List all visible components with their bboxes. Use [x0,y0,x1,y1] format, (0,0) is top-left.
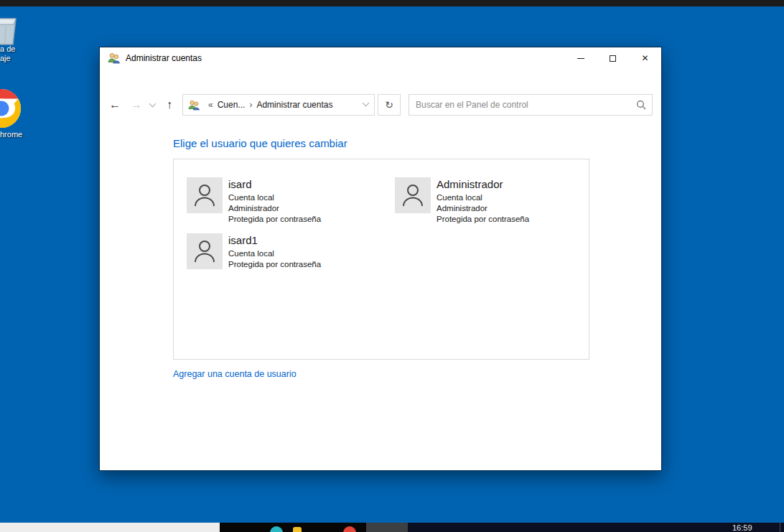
avatar [187,177,223,213]
chrome-label: hrome [0,130,22,139]
maximize-icon [610,55,616,62]
user-accounts-icon [108,52,120,64]
refresh-icon: ↻ [385,99,393,111]
taskbar-app-icon-red[interactable] [343,526,356,532]
breadcrumb-overflow-chevrons[interactable]: « [208,100,213,110]
avatar [187,233,223,269]
minimize-button[interactable] [564,47,597,69]
titlebar[interactable]: Administrar cuentas ✕ [100,47,661,69]
recycle-bin-icon [0,14,22,46]
close-icon: ✕ [641,54,648,62]
user-detail: Cuenta local [437,192,529,203]
chevron-down-icon [363,100,370,107]
user-name: isard1 [228,234,321,246]
address-dropdown-button[interactable] [363,103,368,106]
user-icon [401,182,425,208]
taskbar-app-icon-yellow[interactable] [293,527,302,532]
top-black-strip [0,0,784,6]
navigation-bar: ← → ↑ « Cuen... › Administrar cuentas ↻ [100,69,661,103]
back-button[interactable]: ← [106,94,124,116]
chrome-icon [0,88,22,129]
taskbar-app-icon-teal[interactable] [270,526,283,532]
search-box [409,94,653,116]
address-bar[interactable]: « Cuen... › Administrar cuentas [182,94,375,116]
user-name: isard [228,178,321,190]
close-button[interactable]: ✕ [629,47,661,69]
user-card-isard1[interactable]: isard1 Cuenta local Protegida por contra… [187,233,321,270]
user-accounts-small-icon [188,100,200,111]
search-input[interactable] [409,95,652,115]
up-icon: ↑ [167,98,172,111]
taskbar: 16:59 [0,523,784,532]
user-detail: Cuenta local [228,248,321,259]
page-title: Elige el usuario que quieres cambiar [173,137,347,149]
search-icon [636,100,646,110]
user-detail: Protegida por contraseña [228,259,321,270]
up-button[interactable]: ↑ [160,94,179,116]
user-detail: Administrador [437,203,529,214]
forward-icon: → [131,98,142,111]
maximize-button[interactable] [597,47,629,69]
taskbar-segment-active-app[interactable] [366,523,408,532]
add-user-account-link[interactable]: Agregar una cuenta de usuario [173,369,297,379]
desktop: a de aje hrome Administrar cuentas [0,0,784,532]
recent-pages-button[interactable] [146,94,159,116]
minimize-icon [577,58,584,59]
manage-accounts-window: Administrar cuentas ✕ ← → ↑ « Cuen... [99,47,662,471]
user-icon [192,238,217,264]
user-card-isard[interactable]: isard Cuenta local Administrador Protegi… [187,177,321,225]
breadcrumb-root[interactable]: Cuen... [218,100,246,110]
taskbar-segment-tray: 16:59 [408,523,784,532]
user-detail: Administrador [228,203,321,214]
user-detail: Protegida por contraseña [437,214,529,225]
taskbar-clock[interactable]: 16:59 [732,523,752,532]
user-detail: Cuenta local [228,192,321,203]
user-list: isard Cuenta local Administrador Protegi… [173,159,589,360]
back-icon: ← [109,98,121,111]
user-card-administrador[interactable]: Administrador Cuenta local Administrador… [395,177,529,225]
taskbar-segment-apps [220,523,366,532]
refresh-button[interactable]: ↻ [378,94,401,116]
recycle-bin-label: a de aje [0,45,15,63]
user-detail: Protegida por contraseña [228,214,321,225]
show-desktop-divider[interactable] [780,523,780,532]
breadcrumb-separator: › [249,100,252,110]
taskbar-segment-light [0,523,220,532]
window-title: Administrar cuentas [126,53,202,63]
forward-button[interactable]: → [127,94,146,116]
user-icon [192,182,217,208]
chevron-down-icon [149,100,156,107]
breadcrumb-current[interactable]: Administrar cuentas [256,100,332,110]
avatar [395,177,431,213]
user-name: Administrador [437,178,529,190]
